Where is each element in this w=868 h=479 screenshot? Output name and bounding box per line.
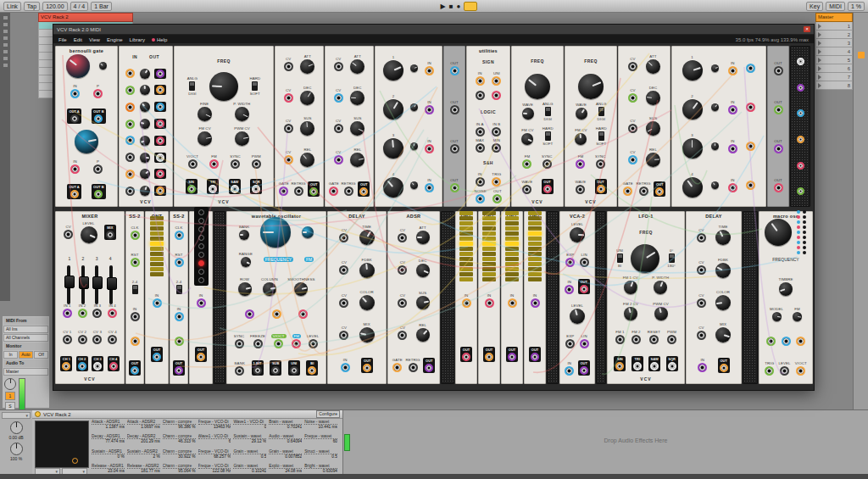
in-jack[interactable] — [425, 183, 434, 192]
in-a-jack[interactable] — [476, 127, 485, 136]
tri-output[interactable]: TRI — [207, 179, 219, 194]
cv-jack[interactable] — [64, 230, 73, 239]
output-jack[interactable] — [633, 362, 642, 370]
level-slider[interactable] — [109, 265, 113, 304]
automation-param[interactable]: Struct - wavet0.5 — [304, 449, 337, 459]
param-knob[interactable] — [99, 62, 107, 70]
out-output[interactable]: OUT — [423, 358, 435, 373]
param-knob[interactable] — [66, 54, 90, 78]
param-knob[interactable] — [140, 119, 150, 129]
row-knob[interactable] — [238, 282, 252, 296]
monitor-off-button[interactable]: Off — [34, 351, 48, 359]
plugin-xy-panel[interactable] — [35, 421, 89, 468]
smoothness-knob[interactable] — [294, 282, 308, 296]
anlg-switch[interactable] — [545, 107, 551, 116]
p-jack[interactable] — [93, 164, 103, 174]
4-knob[interactable] — [383, 177, 403, 198]
gate-jack[interactable] — [329, 187, 338, 196]
in-jack[interactable] — [341, 363, 350, 372]
window-title-bar[interactable]: VCV Rack 2.0 MIDI ✕ — [53, 25, 814, 35]
output-jack[interactable] — [597, 185, 605, 193]
fm-jack[interactable] — [209, 159, 219, 169]
3-knob[interactable] — [682, 138, 703, 159]
out-jack[interactable] — [450, 144, 459, 153]
fm-1-cv-knob[interactable] — [624, 281, 637, 294]
gate-jack[interactable] — [279, 187, 288, 196]
tempo-display[interactable]: 120.00 — [42, 2, 67, 11]
param-knob[interactable] — [631, 244, 659, 273]
configure-button[interactable]: Configure — [316, 410, 340, 418]
model-knob[interactable] — [772, 312, 782, 321]
signal-jack[interactable] — [796, 337, 805, 346]
midi-from-input-select[interactable]: All Ins — [3, 326, 48, 333]
clk-jack[interactable] — [131, 231, 140, 240]
color-knob[interactable] — [715, 295, 731, 310]
sub-output[interactable]: SUB — [270, 360, 281, 376]
fm-jack[interactable] — [576, 159, 585, 169]
automation-param[interactable]: Attack - ADSR21.0697 ms — [127, 420, 160, 429]
rst-jack[interactable] — [175, 258, 184, 267]
out-output[interactable]: OUT — [506, 347, 518, 362]
automation-param[interactable]: Wave1 - VCO-Di0 — [233, 420, 266, 429]
track-header[interactable]: VCV Rack 2 — [38, 13, 133, 22]
signal-jack[interactable] — [797, 84, 804, 92]
sync-jack[interactable] — [542, 159, 552, 169]
param-knob[interactable] — [765, 219, 792, 246]
sus-knob[interactable] — [300, 121, 314, 136]
in-jack[interactable] — [565, 285, 574, 294]
menu-library[interactable]: Library — [130, 37, 145, 42]
fm-cv-knob[interactable] — [198, 131, 212, 146]
uni-jack[interactable] — [492, 76, 501, 86]
ch-1-output[interactable]: CH 1 — [60, 356, 72, 371]
output-jack[interactable] — [231, 185, 239, 193]
cv-jack[interactable] — [398, 265, 407, 275]
att-knob[interactable] — [300, 59, 314, 74]
min-jack[interactable] — [492, 143, 501, 153]
automation-param[interactable]: Grain - wavet0.007852 — [269, 449, 302, 459]
in-jack[interactable] — [728, 66, 737, 75]
quantization-menu[interactable]: 1 Bar — [91, 2, 112, 11]
color-knob[interactable] — [359, 295, 375, 310]
signal-jack[interactable] — [782, 337, 791, 346]
cv-jack[interactable] — [284, 62, 293, 71]
rel-knob[interactable] — [416, 328, 430, 342]
rel-knob[interactable] — [350, 153, 364, 167]
output-jack[interactable] — [109, 362, 118, 370]
p-jack[interactable] — [93, 89, 103, 98]
hard-switch[interactable] — [598, 131, 604, 141]
output-jack[interactable] — [309, 187, 318, 196]
cv-jack[interactable] — [284, 155, 293, 164]
in-jack[interactable] — [485, 298, 494, 308]
slider-thumb[interactable] — [107, 277, 117, 290]
param-knob[interactable] — [140, 69, 150, 79]
automation-param[interactable]: Chann - compre96.386 % — [163, 420, 196, 429]
uni-output[interactable]: UNI — [288, 360, 300, 376]
2-4-switch[interactable] — [176, 285, 182, 294]
in-jack[interactable] — [131, 312, 140, 321]
1-knob[interactable] — [383, 60, 403, 81]
saw-output[interactable]: SAW — [648, 356, 660, 371]
param-knob[interactable] — [711, 103, 719, 111]
ch-2-output[interactable]: CH 2 — [76, 356, 88, 371]
param-knob[interactable] — [410, 103, 418, 111]
scene-slot-4[interactable]: 4 — [815, 47, 853, 56]
xy-cursor[interactable] — [72, 458, 78, 464]
param-knob[interactable] — [140, 85, 150, 95]
cv-2-jack[interactable] — [78, 335, 87, 344]
output-jack[interactable] — [197, 353, 205, 361]
automation-param[interactable]: Release - ADSR123.04 ms — [92, 464, 125, 473]
fm-jack[interactable] — [292, 339, 301, 348]
cv-jack[interactable] — [697, 331, 706, 340]
out-output[interactable]: OUT — [483, 347, 495, 362]
rel-knob[interactable] — [646, 153, 660, 167]
out-jack[interactable] — [774, 183, 783, 192]
automation-param[interactable]: Audio - wavet0.64094 — [269, 434, 302, 443]
sus-knob[interactable] — [350, 121, 364, 136]
signal-jack[interactable] — [125, 103, 135, 112]
link-button[interactable]: Link — [3, 2, 21, 11]
pwm-jack[interactable] — [252, 159, 261, 169]
output-jack[interactable] — [290, 366, 298, 375]
in-jack[interactable] — [425, 105, 434, 114]
chain-select[interactable]: ▾ — [2, 412, 31, 419]
output-jack[interactable] — [156, 103, 164, 111]
